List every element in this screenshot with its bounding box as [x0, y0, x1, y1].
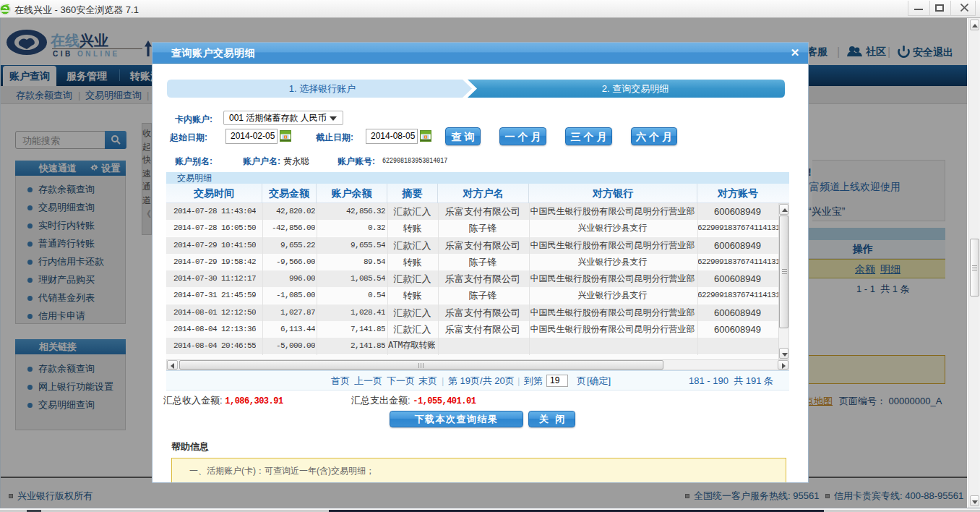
svg-text:2. 查询交易明细: 2. 查询交易明细 [602, 83, 669, 94]
svg-text:1. 选择银行账户: 1. 选择银行账户 [289, 83, 356, 94]
